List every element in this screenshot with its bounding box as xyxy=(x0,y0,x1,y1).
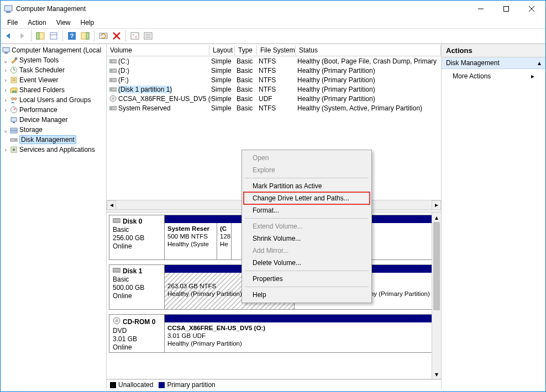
col-layout[interactable]: Layout xyxy=(209,45,235,55)
settings-icon[interactable] xyxy=(129,30,141,42)
partition-label: CCSA_X86FRE_EN-US_DV5 (O:) xyxy=(167,324,314,332)
tree-system-tools[interactable]: ⌄ System Tools xyxy=(1,55,106,65)
svg-rect-50 xyxy=(109,78,117,82)
delete-icon[interactable] xyxy=(111,30,123,42)
forward-button[interactable] xyxy=(16,30,28,42)
tree-root-label: Computer Management (Local xyxy=(12,46,101,54)
list-icon[interactable] xyxy=(142,30,154,42)
shared-folder-icon xyxy=(9,86,18,94)
drive-icon xyxy=(109,86,117,93)
col-fs[interactable]: File System xyxy=(257,45,296,55)
computer-icon xyxy=(2,46,11,55)
titlebar: Computer Management xyxy=(1,1,545,17)
actions-context[interactable]: Disk Management ▴ xyxy=(442,57,545,69)
ctx-mark-active[interactable]: Mark Partition as Active xyxy=(244,180,370,192)
tree-item-label: Local Users and Groups xyxy=(19,96,91,104)
svg-rect-53 xyxy=(111,89,112,90)
col-status[interactable]: Status xyxy=(296,45,441,55)
ctx-delete-volume[interactable]: Delete Volume... xyxy=(244,257,370,269)
action-pane-button[interactable] xyxy=(79,30,91,42)
context-menu: Open Explore Mark Partition as Active Ch… xyxy=(242,150,372,303)
help-button[interactable]: ? xyxy=(66,30,78,42)
expand-icon[interactable]: › xyxy=(2,67,9,74)
volume-type: Basic xyxy=(237,95,259,103)
volume-row[interactable]: (C:)SimpleBasicNTFSHealthy (Boot, Page F… xyxy=(107,56,441,66)
refresh-button[interactable] xyxy=(97,30,109,42)
legend-label: Primary partition xyxy=(167,381,215,389)
volume-row[interactable]: System ReservedSimpleBasicNTFSHealthy (S… xyxy=(107,103,441,113)
legend-label: Unallocated xyxy=(118,381,153,389)
disk-state: Online xyxy=(113,242,161,251)
cdrom-info: CD-ROM 0 DVD 3.01 GB Online xyxy=(109,315,165,352)
expand-icon[interactable]: › xyxy=(2,97,9,104)
back-button[interactable] xyxy=(3,30,15,42)
ctx-format[interactable]: Format... xyxy=(244,204,370,216)
ctx-change-drive-letter[interactable]: Change Drive Letter and Paths... xyxy=(244,192,370,204)
tree-services-apps[interactable]: ›Services and Applications xyxy=(1,145,106,155)
tree-root[interactable]: Computer Management (Local xyxy=(1,45,106,55)
menu-help[interactable]: Help xyxy=(76,18,99,28)
show-hide-tree-button[interactable] xyxy=(34,30,46,42)
menu-view[interactable]: View xyxy=(52,18,75,28)
partition[interactable]: System Reser 500 MB NTFS Healthy (Syste xyxy=(165,223,217,259)
svg-rect-7 xyxy=(36,33,39,39)
menu-action[interactable]: Action xyxy=(23,18,50,28)
device-icon xyxy=(9,115,18,124)
svg-point-45 xyxy=(13,149,15,151)
svg-point-61 xyxy=(116,320,118,322)
scroll-down-icon[interactable]: ▾ xyxy=(432,369,441,379)
maximize-button[interactable] xyxy=(494,1,519,17)
drive-icon xyxy=(109,104,117,112)
volume-row[interactable]: (D:)SimpleBasicNTFSHealthy (Primary Part… xyxy=(107,66,441,75)
svg-rect-46 xyxy=(109,60,117,63)
menu-file[interactable]: File xyxy=(3,18,22,28)
svg-rect-58 xyxy=(113,219,120,223)
tree-local-users[interactable]: ›Local Users and Groups xyxy=(1,95,106,105)
tree-event-viewer[interactable]: ›Event Viewer xyxy=(1,75,106,85)
volume-name: (F:) xyxy=(118,76,211,84)
col-volume[interactable]: Volume xyxy=(107,45,209,55)
expand-icon[interactable]: › xyxy=(2,146,9,153)
volume-type: Basic xyxy=(237,86,259,93)
volume-fs: NTFS xyxy=(259,67,297,75)
scroll-up-icon[interactable]: ▴ xyxy=(432,213,441,222)
svg-point-35 xyxy=(12,98,14,100)
tree-shared-folders[interactable]: ›Shared Folders xyxy=(1,85,106,95)
partition-status: He xyxy=(220,240,228,248)
volume-name: System Reserved xyxy=(118,104,211,112)
partition[interactable]: CCSA_X86FRE_EN-US_DV5 (O:) 3.01 GB UDF H… xyxy=(165,322,317,352)
tree-task-scheduler[interactable]: ›Task Scheduler xyxy=(1,65,106,75)
legend-swatch-unallocated xyxy=(110,382,116,388)
tree-performance[interactable]: ›Performance xyxy=(1,105,106,115)
expand-icon[interactable]: › xyxy=(2,87,9,94)
tree-storage[interactable]: ⌄ Storage xyxy=(1,125,106,135)
ctx-help[interactable]: Help xyxy=(244,289,370,301)
volume-layout: Simple xyxy=(211,86,237,93)
vertical-scrollbar[interactable]: ▴ ▾ xyxy=(432,213,441,379)
properties-button[interactable] xyxy=(48,30,60,42)
expand-icon[interactable]: › xyxy=(2,107,9,114)
volume-row[interactable]: (F:)SimpleBasicNTFSHealthy (Primary Part… xyxy=(107,75,441,84)
tree-device-manager[interactable]: Device Manager xyxy=(1,115,106,125)
volume-list-header: Volume Layout Type File System Status xyxy=(107,44,441,56)
collapse-icon[interactable]: ⌄ xyxy=(2,126,9,134)
cdrom-0[interactable]: CD-ROM 0 DVD 3.01 GB Online CCSA_X86FRE_… xyxy=(109,314,439,353)
col-type[interactable]: Type xyxy=(235,45,257,55)
ctx-properties[interactable]: Properties xyxy=(244,273,370,285)
collapse-icon[interactable]: ⌄ xyxy=(2,57,9,64)
partition[interactable]: (C 128 He xyxy=(217,223,232,259)
scroll-right-icon[interactable]: ▸ xyxy=(432,200,441,210)
expand-icon[interactable]: › xyxy=(2,77,9,84)
ctx-shrink-volume[interactable]: Shrink Volume... xyxy=(244,232,370,245)
tree-item-label: Performance xyxy=(19,106,57,114)
disk-name: Disk 0 xyxy=(123,218,142,226)
volume-status: Healthy (Primary Partition) xyxy=(297,95,441,103)
volume-row[interactable]: CCSA_X86FRE_EN-US_DV5 (O:)SimpleBasicUDF… xyxy=(107,94,441,103)
scroll-left-icon[interactable]: ◂ xyxy=(107,200,116,210)
svg-rect-8 xyxy=(50,33,57,39)
tree-disk-management[interactable]: Disk Management xyxy=(1,135,106,145)
volume-row[interactable]: (Disk 1 partition 1)SimpleBasicNTFSHealt… xyxy=(107,84,441,94)
close-button[interactable] xyxy=(519,1,544,17)
actions-more[interactable]: More Actions ▸ xyxy=(442,69,545,83)
minimize-button[interactable] xyxy=(468,1,494,17)
